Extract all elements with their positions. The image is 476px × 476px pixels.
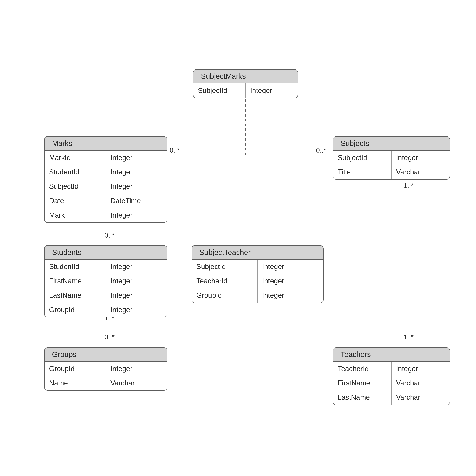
- field-name: MarkId: [45, 151, 106, 165]
- field-name: SubjectId: [333, 151, 391, 165]
- field-type: DateTime: [106, 194, 167, 208]
- field-name: LastName: [45, 288, 106, 303]
- field-name: StudentId: [45, 260, 106, 274]
- entity-header: Groups: [45, 348, 167, 362]
- multiplicity-students-groups-bottom: 0..*: [104, 333, 115, 341]
- entity-groups: Groups GroupId Name Integer Varchar: [44, 347, 167, 391]
- field-type: Integer: [391, 151, 450, 165]
- entity-header: Marks: [45, 137, 167, 151]
- multiplicity-marks-subjects-right: 0..*: [316, 147, 326, 154]
- field-type: Varchar: [391, 390, 450, 405]
- entity-header: Students: [45, 246, 167, 260]
- entity-body: TeacherId FirstName LastName Integer Var…: [333, 362, 450, 405]
- field-name: FirstName: [333, 376, 391, 390]
- multiplicity-subjects-teachers-bottom: 1..*: [404, 333, 413, 341]
- entity-header: SubjectMarks: [193, 69, 298, 84]
- entity-students: Students StudentId FirstName LastName Gr…: [44, 245, 167, 317]
- field-type: Integer: [106, 303, 167, 317]
- field-name: SubjectId: [193, 84, 245, 98]
- entity-body: SubjectId Integer: [193, 84, 298, 98]
- entity-marks: Marks MarkId StudentId SubjectId Date Ma…: [44, 136, 167, 223]
- field-type: Integer: [106, 362, 167, 376]
- field-type: Integer: [106, 288, 167, 303]
- entity-subjects: Subjects SubjectId Title Integer Varchar: [333, 136, 450, 180]
- field-name: GroupId: [192, 288, 257, 303]
- entity-subjectmarks: SubjectMarks SubjectId Integer: [193, 69, 298, 98]
- entity-body: StudentId FirstName LastName GroupId Int…: [45, 260, 167, 317]
- entity-body: GroupId Name Integer Varchar: [45, 362, 167, 390]
- field-name: SubjectId: [45, 179, 106, 194]
- field-type: Varchar: [391, 165, 450, 179]
- field-type: Integer: [258, 288, 323, 303]
- entity-header: Teachers: [333, 348, 450, 362]
- field-type: Integer: [258, 260, 323, 274]
- field-name: SubjectId: [192, 260, 257, 274]
- field-type: Integer: [106, 274, 167, 288]
- field-type: Integer: [106, 151, 167, 165]
- field-type: Integer: [391, 362, 450, 376]
- field-type: Integer: [106, 208, 167, 222]
- entity-subjectteacher: SubjectTeacher SubjectId TeacherId Group…: [191, 245, 323, 303]
- field-type: Integer: [106, 179, 167, 194]
- field-type: Varchar: [391, 376, 450, 390]
- field-name: Title: [333, 165, 391, 179]
- field-type: Integer: [106, 165, 167, 179]
- field-name: FirstName: [45, 274, 106, 288]
- field-type: Integer: [106, 260, 167, 274]
- field-name: Mark: [45, 208, 106, 222]
- field-name: TeacherId: [192, 274, 257, 288]
- entity-header: Subjects: [333, 137, 450, 151]
- field-name: TeacherId: [333, 362, 391, 376]
- field-name: Name: [45, 376, 106, 390]
- multiplicity-subjects-teachers-top: 1..*: [404, 182, 413, 190]
- field-name: GroupId: [45, 362, 106, 376]
- entity-body: SubjectId TeacherId GroupId Integer Inte…: [192, 260, 323, 303]
- er-diagram-canvas: 0..* 0..* 0..* 0..* 1..* 0..* 1..* 1..* …: [0, 0, 476, 476]
- entity-teachers: Teachers TeacherId FirstName LastName In…: [333, 347, 450, 405]
- multiplicity-marks-students-bottom: 0..*: [104, 232, 115, 239]
- field-name: GroupId: [45, 303, 106, 317]
- field-name: StudentId: [45, 165, 106, 179]
- field-type: Varchar: [106, 376, 167, 390]
- entity-body: MarkId StudentId SubjectId Date Mark Int…: [45, 151, 167, 222]
- entity-body: SubjectId Title Integer Varchar: [333, 151, 450, 179]
- entity-header: SubjectTeacher: [192, 246, 323, 260]
- field-name: LastName: [333, 390, 391, 405]
- field-name: Date: [45, 194, 106, 208]
- multiplicity-marks-subjects-left: 0..*: [170, 147, 180, 154]
- field-type: Integer: [246, 84, 298, 98]
- field-type: Integer: [258, 274, 323, 288]
